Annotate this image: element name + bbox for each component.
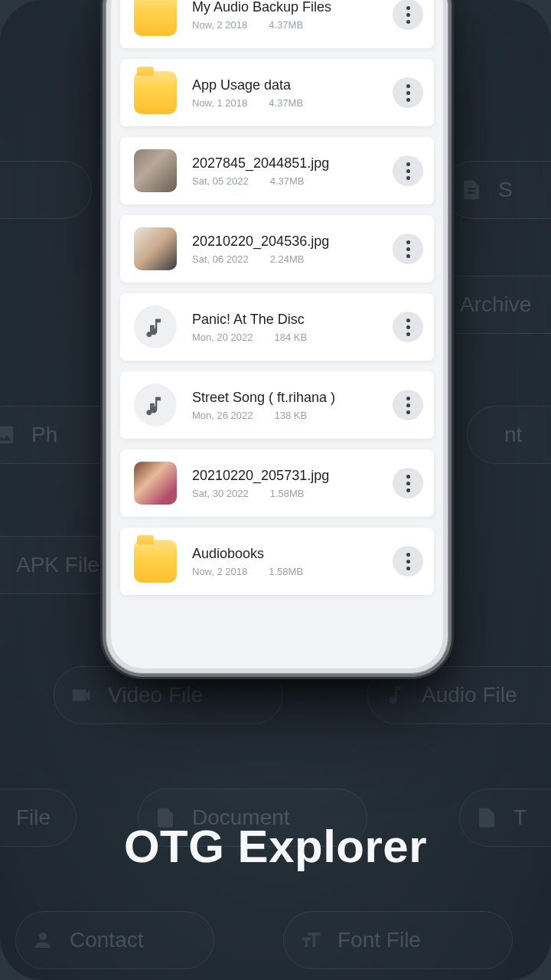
app-promo-canvas: tificate S Archive Ph nt APK File Video … (0, 0, 551, 980)
folder-icon (134, 540, 177, 583)
file-size: 138 KB (275, 410, 308, 421)
chip-font: Font File (283, 911, 513, 969)
file-size: 1.58MB (269, 566, 303, 577)
chip-label: Font File (337, 928, 421, 952)
file-date: Sat, 06 2022 (192, 253, 249, 265)
chip-s: S (444, 161, 551, 219)
file-subline: Sat, 30 20221.58MB (192, 488, 393, 499)
file-list[interactable]: My Audio Backup FilesNow, 2 20184.37MBAp… (111, 0, 443, 618)
file-size: 184 KB (275, 332, 308, 343)
phone-mockup: My Audio Backup FilesNow, 2 20184.37MBAp… (106, 0, 448, 674)
file-date: Now, 1 2018 (192, 97, 247, 109)
image-icon (0, 422, 18, 448)
more-options-button[interactable] (393, 0, 423, 30)
file-date: Now, 2 2018 (192, 19, 247, 31)
file-name: My Audio Backup Files (192, 0, 393, 16)
file-date: Now, 2 2018 (192, 566, 247, 577)
file-subline: Now, 2 20184.37MB (192, 19, 393, 31)
file-row[interactable]: Panic! At The DiscMon, 20 2022184 KB (120, 293, 434, 361)
promo-title: OTG Explorer (0, 820, 551, 873)
file-meta: 2027845_2044851.jpgSat, 05 20224.37MB (177, 155, 393, 187)
more-options-button[interactable] (393, 155, 423, 186)
file-name: 20210220_205731.jpg (192, 467, 393, 485)
file-date: Sat, 05 2022 (192, 175, 249, 187)
chip-label: Contact (70, 928, 144, 952)
photo-thumbnail (134, 227, 177, 270)
file-size: 4.37MB (269, 19, 303, 31)
file-meta: AudiobooksNow, 2 20181.58MB (177, 545, 393, 577)
video-icon (68, 682, 94, 708)
chip-label: S (498, 178, 513, 202)
file-size: 2.24MB (270, 253, 305, 265)
chip-label: nt (504, 423, 522, 447)
chip-label: Archive (460, 292, 531, 317)
file-meta: 20210220_204536.jpgSat, 06 20222.24MB (177, 233, 393, 265)
file-name: Audiobooks (192, 545, 393, 563)
file-name: 20210220_204536.jpg (192, 233, 393, 250)
file-meta: Street Song ( ft.rihana )Mon, 26 2022138… (177, 389, 393, 421)
file-row[interactable]: 2027845_2044851.jpgSat, 05 20224.37MB (120, 137, 434, 204)
file-name: Street Song ( ft.rihana ) (192, 389, 393, 407)
contact-icon (30, 927, 56, 953)
file-row[interactable]: My Audio Backup FilesNow, 2 20184.37MB (120, 0, 434, 48)
file-name: 2027845_2044851.jpg (192, 155, 393, 172)
more-options-button[interactable] (393, 546, 423, 577)
more-options-button[interactable] (393, 77, 423, 108)
file-meta: 20210220_205731.jpgSat, 30 20221.58MB (177, 467, 393, 499)
file-row[interactable]: App Usage dataNow, 1 20184.37MB (120, 59, 434, 126)
chip-label: Video File (108, 683, 203, 707)
chip-video: Video File (54, 666, 283, 724)
font-icon (298, 927, 324, 953)
more-options-button[interactable] (393, 390, 423, 420)
more-options-button[interactable] (393, 468, 423, 498)
music-icon (134, 384, 177, 426)
file-row[interactable]: Street Song ( ft.rihana )Mon, 26 2022138… (120, 371, 434, 439)
chip-audio: Audio File (367, 666, 551, 724)
chip-apk: APK File (0, 536, 122, 594)
file-date: Mon, 20 2022 (192, 332, 253, 343)
file-subline: Sat, 05 20224.37MB (192, 175, 393, 187)
file-row[interactable]: AudiobooksNow, 2 20181.58MB (120, 528, 434, 595)
file-subline: Now, 2 20181.58MB (192, 566, 393, 577)
file-date: Mon, 26 2022 (192, 410, 253, 421)
file-row[interactable]: 20210220_204536.jpgSat, 06 20222.24MB (120, 215, 434, 283)
chip-label: Audio File (422, 683, 517, 707)
audio-icon (382, 682, 408, 708)
photo-thumbnail (134, 149, 177, 192)
document-icon (458, 177, 484, 203)
chip-label: Ph (31, 423, 57, 447)
more-options-button[interactable] (393, 312, 423, 342)
chip-contact: Contact (15, 911, 214, 969)
file-meta: My Audio Backup FilesNow, 2 20184.37MB (177, 0, 393, 31)
file-date: Sat, 30 2022 (192, 488, 249, 499)
file-subline: Mon, 20 2022184 KB (192, 332, 393, 343)
file-size: 4.37MB (270, 175, 305, 187)
chip-nt: nt (467, 406, 551, 464)
file-meta: App Usage dataNow, 1 20184.37MB (177, 77, 393, 109)
chip-certificate: tificate (0, 161, 92, 219)
file-subline: Mon, 26 2022138 KB (192, 410, 393, 421)
more-options-button[interactable] (393, 234, 423, 264)
file-size: 1.58MB (270, 488, 305, 499)
file-name: Panic! At The Disc (192, 311, 393, 328)
phone-screen: My Audio Backup FilesNow, 2 20184.37MBAp… (111, 0, 443, 668)
photo-thumbnail (134, 462, 177, 505)
file-subline: Now, 1 20184.37MB (192, 97, 393, 109)
file-size: 4.37MB (269, 97, 303, 109)
file-name: App Usage data (192, 77, 393, 94)
file-row[interactable]: 20210220_205731.jpgSat, 30 20221.58MB (120, 449, 434, 517)
folder-icon (134, 71, 177, 114)
music-icon (134, 305, 177, 348)
folder-icon (134, 0, 177, 36)
chip-label: APK File (16, 553, 99, 577)
file-subline: Sat, 06 20222.24MB (192, 253, 393, 265)
file-meta: Panic! At The DiscMon, 20 2022184 KB (177, 311, 393, 343)
